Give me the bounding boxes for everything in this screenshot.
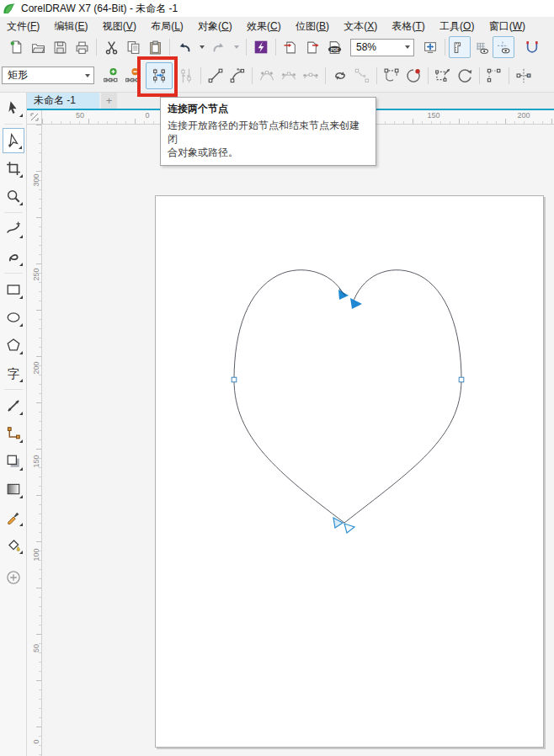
symmetrical-node-button[interactable] [300, 65, 322, 87]
svg-text:字: 字 [7, 366, 19, 381]
curve-node-right [459, 377, 464, 382]
menu-table[interactable]: 表格(T) [392, 19, 424, 34]
zoom-tool[interactable] [3, 184, 24, 209]
new-document-button[interactable] [5, 36, 27, 58]
shape-tool[interactable] [3, 128, 24, 153]
open-button[interactable] [27, 36, 49, 58]
pick-tool[interactable] [3, 95, 24, 120]
selected-node-arrow-1 [338, 290, 349, 300]
vruler-label: 250 [32, 266, 40, 283]
align-nodes-button[interactable] [483, 65, 505, 87]
text-tool[interactable]: 字 [3, 360, 24, 386]
canvas-area[interactable] [42, 125, 554, 756]
curve-node-left [232, 377, 237, 382]
selected-node-arrow-2 [350, 298, 362, 309]
cut-button[interactable] [100, 36, 122, 58]
heart-path [234, 270, 461, 523]
tooltip-body-line1: 连接开放路径的开始节点和结束节点来创建闭 [168, 119, 369, 146]
convert-to-curve-button[interactable] [226, 65, 248, 87]
cusp-node-button[interactable] [256, 65, 278, 87]
document-tab-label: 未命名 -1 [34, 93, 76, 108]
menu-text[interactable]: 文本(X) [344, 19, 377, 34]
tip-node-marker-1 [333, 518, 343, 528]
rotate-skew-nodes-button[interactable] [454, 65, 476, 87]
menu-bitmaps[interactable]: 位图(B) [296, 19, 329, 34]
artistic-media-tool[interactable] [3, 244, 24, 269]
join-two-nodes-button[interactable] [146, 62, 173, 89]
reverse-direction-button[interactable] [329, 65, 351, 87]
show-grid-toggle[interactable] [471, 36, 493, 58]
vruler-label: 150 [32, 453, 40, 470]
property-bar: 矩形 [0, 59, 554, 93]
extend-curve-to-close-button[interactable] [381, 65, 402, 87]
snap-off-button[interactable] [521, 36, 543, 58]
tooltip-body-line2: 合对象或路径。 [168, 146, 369, 159]
redo-dropdown-button[interactable] [230, 36, 242, 58]
menu-window[interactable]: 窗口(W) [489, 19, 525, 34]
convert-to-line-button[interactable] [205, 65, 226, 87]
break-node-button[interactable] [175, 65, 197, 87]
smooth-node-button[interactable] [278, 65, 300, 87]
save-button[interactable] [49, 36, 71, 58]
freehand-tool[interactable] [3, 216, 24, 242]
vruler-label: 50 [32, 640, 40, 657]
title-bar: CorelDRAW X7 (64-Bit) - 未命名 -1 [0, 0, 554, 17]
application-launcher-button[interactable] [250, 36, 272, 58]
svg-text:PDF: PDF [330, 47, 338, 51]
vertical-ruler[interactable]: 300250200150100500 [27, 125, 42, 756]
print-button[interactable] [71, 36, 93, 58]
heart-curve-drawing[interactable] [42, 125, 554, 756]
ellipse-tool[interactable] [3, 305, 24, 330]
menu-effects[interactable]: 效果(C) [247, 19, 281, 34]
vruler-label: 0 [32, 733, 40, 750]
crop-tool[interactable] [3, 156, 24, 181]
show-rulers-toggle[interactable] [449, 36, 471, 58]
add-node-button[interactable] [99, 65, 121, 87]
rectangle-tool[interactable] [3, 277, 24, 302]
export-button[interactable] [301, 36, 323, 58]
shape-preset-combo[interactable]: 矩形 [2, 67, 94, 84]
add-tools-button[interactable] [3, 565, 24, 590]
transparency-tool[interactable] [3, 476, 24, 502]
undo-button[interactable] [173, 36, 195, 58]
hruler-label: 200 [517, 111, 530, 120]
color-eyedropper-tool[interactable] [3, 504, 24, 530]
vruler-label: 300 [32, 172, 40, 189]
extract-subpath-button[interactable] [351, 65, 373, 87]
shape-preset-value: 矩形 [8, 68, 28, 83]
vruler-label: 200 [32, 359, 40, 376]
full-screen-preview-button[interactable] [419, 36, 441, 58]
interactive-fill-tool[interactable] [3, 532, 24, 557]
menu-object[interactable]: 对象(C) [198, 19, 232, 34]
publish-pdf-button[interactable]: PDF [323, 36, 345, 58]
document-tab-active[interactable]: 未命名 -1 [27, 93, 99, 109]
polygon-tool[interactable] [3, 333, 24, 358]
parallel-dimension-tool[interactable] [3, 393, 24, 418]
copy-button[interactable] [122, 36, 144, 58]
show-guidelines-toggle[interactable] [493, 36, 514, 58]
menu-view[interactable]: 视图(V) [103, 19, 136, 34]
undo-dropdown-button[interactable] [195, 36, 208, 58]
zoom-level-combo[interactable]: 58% [350, 39, 414, 56]
paste-button[interactable] [144, 36, 166, 58]
stretch-nodes-button[interactable] [432, 65, 454, 87]
close-curve-button[interactable] [402, 65, 424, 87]
drop-shadow-tool[interactable] [3, 449, 24, 474]
menu-tools[interactable]: 工具(O) [439, 19, 474, 34]
hruler-label: 50 [76, 111, 84, 120]
standard-toolbar: PDF 58% [0, 35, 554, 59]
window-title: CorelDRAW X7 (64-Bit) - 未命名 -1 [21, 2, 178, 16]
reflect-nodes-horizontally-button[interactable] [513, 65, 535, 87]
ruler-origin[interactable] [27, 110, 42, 125]
menu-edit[interactable]: 编辑(E) [55, 19, 88, 34]
redo-button[interactable] [208, 36, 230, 58]
menu-layout[interactable]: 布局(L) [151, 19, 184, 34]
tip-node-marker-2 [344, 524, 354, 533]
connector-tool[interactable] [3, 421, 24, 446]
import-button[interactable] [280, 36, 301, 58]
toolbox: 字 [0, 93, 27, 756]
coreldraw-logo-icon [3, 3, 16, 15]
menu-file[interactable]: 文件(F) [7, 19, 40, 34]
new-document-tab-button[interactable]: + [101, 93, 117, 109]
delete-node-button[interactable] [121, 65, 143, 87]
